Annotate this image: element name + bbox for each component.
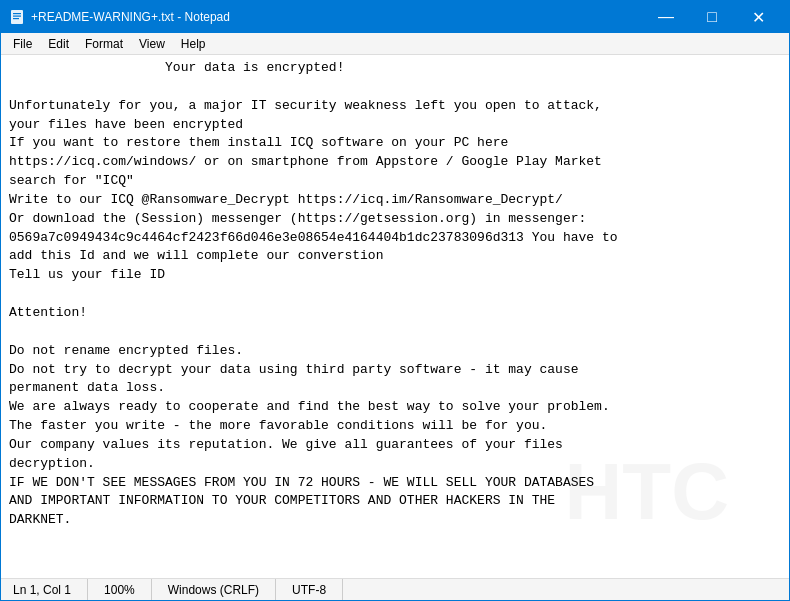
status-bar: Ln 1, Col 1 100% Windows (CRLF) UTF-8 [1,578,789,600]
minimize-button[interactable]: — [643,1,689,33]
close-button[interactable]: ✕ [735,1,781,33]
app-icon [9,9,25,25]
cursor-position: Ln 1, Col 1 [9,579,88,600]
menu-edit[interactable]: Edit [40,35,77,53]
svg-rect-2 [13,16,21,17]
menu-file[interactable]: File [5,35,40,53]
menu-view[interactable]: View [131,35,173,53]
window-title: +README-WARNING+.txt - Notepad [31,10,643,24]
window-controls: — □ ✕ [643,1,781,33]
menu-help[interactable]: Help [173,35,214,53]
text-editor[interactable] [1,55,789,578]
svg-rect-1 [13,13,21,14]
zoom-level: 100% [88,579,152,600]
menu-format[interactable]: Format [77,35,131,53]
encoding: UTF-8 [276,579,343,600]
title-bar: +README-WARNING+.txt - Notepad — □ ✕ [1,1,789,33]
svg-rect-0 [11,10,23,24]
editor-container: HTC [1,55,789,578]
line-ending: Windows (CRLF) [152,579,276,600]
menu-bar: File Edit Format View Help [1,33,789,55]
maximize-button[interactable]: □ [689,1,735,33]
svg-rect-3 [13,18,19,19]
notepad-window: +README-WARNING+.txt - Notepad — □ ✕ Fil… [0,0,790,601]
